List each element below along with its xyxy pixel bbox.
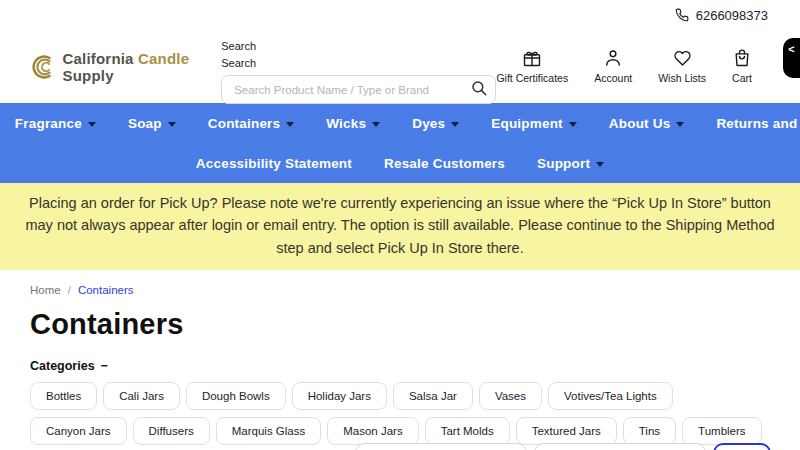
nav-row-1: Waxes Fragrance Soap Containers Wicks Dy…	[0, 103, 800, 143]
nav-item-dyes[interactable]: Dyes	[412, 116, 459, 131]
page-content: Home / Containers Containers Categories …	[0, 270, 800, 450]
search-input[interactable]	[221, 75, 496, 104]
category-chip-tart-molds[interactable]: Tart Molds	[425, 417, 510, 445]
heart-icon	[672, 48, 693, 68]
category-chip-cali-jars[interactable]: Cali Jars	[103, 382, 180, 410]
price-max-input[interactable]	[534, 443, 706, 450]
nav-item-containers[interactable]: Containers	[208, 116, 295, 131]
category-chip-bottles[interactable]: Bottles	[30, 382, 97, 410]
breadcrumb-separator: /	[68, 284, 71, 296]
price-filter-button[interactable]	[713, 443, 771, 450]
accessibility-collapse-tab[interactable]: <	[783, 38, 800, 78]
chevron-down-icon	[88, 122, 96, 127]
account-label: Account	[594, 72, 632, 84]
category-chip-canyon-jars[interactable]: Canyon Jars	[30, 417, 127, 445]
category-chip-textured-jars[interactable]: Textured Jars	[516, 417, 617, 445]
chevron-down-icon	[569, 122, 577, 127]
account-icon	[603, 48, 623, 68]
wish-lists-label: Wish Lists	[658, 72, 706, 84]
search-label-top: Search	[221, 38, 496, 55]
gift-icon	[521, 48, 543, 68]
categories-heading: Categories −	[30, 359, 770, 373]
category-chip-list: Bottles Cali Jars Dough Bowls Holiday Ja…	[30, 382, 770, 450]
nav-item-support[interactable]: Support	[537, 156, 604, 171]
categories-collapse-toggle[interactable]: −	[101, 359, 108, 373]
nav-item-fragrance[interactable]: Fragrance	[15, 116, 96, 131]
gift-certificates-link[interactable]: Gift Certificates	[496, 48, 568, 84]
category-chip-tins[interactable]: Tins	[623, 417, 676, 445]
chevron-down-icon	[596, 162, 604, 167]
chevron-down-icon	[676, 122, 684, 127]
breadcrumb-current[interactable]: Containers	[78, 284, 134, 296]
nav-item-soap[interactable]: Soap	[128, 116, 176, 131]
header-actions: Gift Certificates Account Wish Lists Car…	[496, 48, 770, 84]
chevron-down-icon	[286, 122, 294, 127]
search-icon	[470, 79, 488, 97]
page-title: Containers	[30, 308, 770, 341]
nav-item-returns-and-exchanges[interactable]: Returns and Exchanges	[716, 116, 800, 131]
announcement-text: Placing an order for Pick Up? Please not…	[14, 192, 786, 259]
search-area: Search Search	[221, 30, 496, 104]
main-nav: Waxes Fragrance Soap Containers Wicks Dy…	[0, 103, 800, 183]
nav-item-resale-customers[interactable]: Resale Customers	[384, 156, 505, 171]
category-chip-salsa-jar[interactable]: Salsa Jar	[393, 382, 473, 410]
search-label-bottom: Search	[221, 55, 496, 72]
nav-item-wicks[interactable]: Wicks	[326, 116, 380, 131]
price-min-input[interactable]	[355, 443, 527, 450]
cart-icon	[732, 48, 752, 68]
announcement-banner: Placing an order for Pick Up? Please not…	[0, 183, 800, 270]
top-bar: 6266098373	[0, 0, 800, 30]
phone-link[interactable]: 6266098373	[675, 8, 768, 23]
logo-arcs-icon	[30, 48, 58, 86]
header: California Candle Supply Search Search G…	[0, 30, 800, 103]
search-submit-button[interactable]	[470, 79, 488, 100]
store-logo[interactable]: California Candle Supply	[30, 48, 199, 86]
breadcrumb-home-link[interactable]: Home	[30, 284, 61, 296]
category-chip-diffusers[interactable]: Diffusers	[133, 417, 210, 445]
cart-label: Cart	[732, 72, 752, 84]
account-link[interactable]: Account	[594, 48, 632, 84]
wish-lists-link[interactable]: Wish Lists	[658, 48, 706, 84]
category-chip-holiday-jars[interactable]: Holiday Jars	[292, 382, 387, 410]
category-chip-marquis-glass[interactable]: Marquis Glass	[216, 417, 322, 445]
gift-certificates-label: Gift Certificates	[496, 72, 568, 84]
nav-item-accessibility-statement[interactable]: Accessibility Statement	[196, 156, 352, 171]
price-filter-row	[355, 443, 771, 450]
nav-item-equipment[interactable]: Equipment	[491, 116, 577, 131]
cart-link[interactable]: Cart	[732, 48, 752, 84]
category-chip-tumblers[interactable]: Tumblers	[682, 417, 762, 445]
phone-number[interactable]: 6266098373	[696, 8, 768, 23]
chevron-down-icon	[372, 122, 380, 127]
chevron-left-icon: <	[788, 43, 794, 78]
category-chip-dough-bowls[interactable]: Dough Bowls	[186, 382, 286, 410]
category-chip-vases[interactable]: Vases	[479, 382, 542, 410]
category-chip-votives-tea-lights[interactable]: Votives/Tea Lights	[548, 382, 673, 410]
nav-item-about-us[interactable]: About Us	[609, 116, 685, 131]
breadcrumb: Home / Containers	[30, 284, 770, 296]
logo-text: California Candle Supply	[62, 50, 199, 84]
category-chip-mason-jars[interactable]: Mason Jars	[327, 417, 418, 445]
chevron-down-icon	[168, 122, 176, 127]
phone-icon	[675, 8, 689, 22]
chevron-down-icon	[451, 122, 459, 127]
nav-row-2: Accessibility Statement Resale Customers…	[0, 143, 800, 183]
